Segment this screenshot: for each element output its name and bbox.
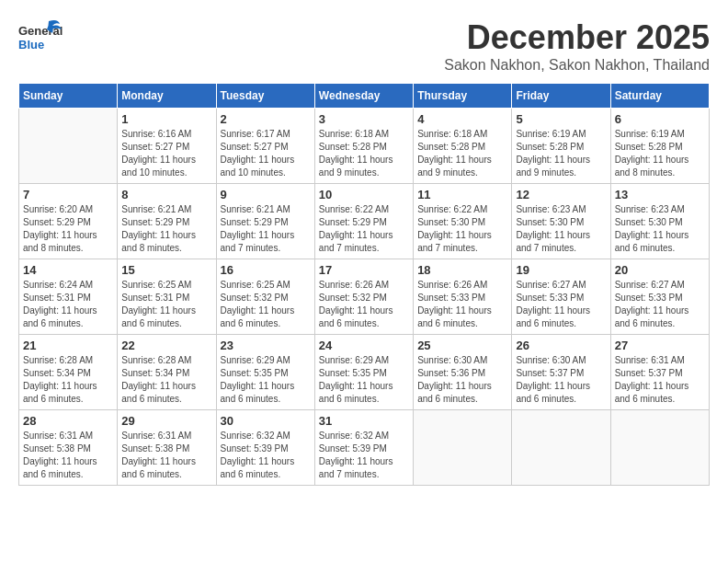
day-number: 30	[221, 414, 311, 428]
day-of-week-header: Thursday	[414, 84, 512, 109]
day-number: 21	[23, 339, 113, 352]
day-number: 22	[121, 339, 211, 352]
calendar-cell: 11Sunrise: 6:22 AMSunset: 5:30 PMDayligh…	[414, 184, 512, 259]
calendar-cell: 16Sunrise: 6:25 AMSunset: 5:32 PMDayligh…	[216, 259, 314, 335]
day-number: 11	[417, 188, 507, 201]
day-info: Sunrise: 6:16 AMSunset: 5:27 PMDaylight:…	[121, 128, 211, 179]
calendar-cell: 14Sunrise: 6:24 AMSunset: 5:31 PMDayligh…	[19, 259, 118, 335]
calendar-cell: 13Sunrise: 6:23 AMSunset: 5:30 PMDayligh…	[610, 184, 709, 259]
day-info: Sunrise: 6:23 AMSunset: 5:30 PMDaylight:…	[615, 203, 705, 255]
calendar-cell: 9Sunrise: 6:21 AMSunset: 5:29 PMDaylight…	[216, 184, 314, 259]
day-number: 8	[121, 188, 211, 201]
calendar-cell	[19, 109, 118, 184]
calendar-cell: 2Sunrise: 6:17 AMSunset: 5:27 PMDaylight…	[216, 109, 314, 184]
day-of-week-header: Wednesday	[314, 84, 413, 109]
day-info: Sunrise: 6:29 AMSunset: 5:35 PMDaylight:…	[319, 354, 409, 406]
calendar-week-row: 7Sunrise: 6:20 AMSunset: 5:29 PMDaylight…	[19, 184, 710, 259]
calendar-cell: 24Sunrise: 6:29 AMSunset: 5:35 PMDayligh…	[314, 335, 413, 410]
day-number: 27	[615, 339, 705, 352]
day-number: 1	[121, 112, 211, 126]
day-number: 10	[319, 188, 409, 201]
calendar-header-row: SundayMondayTuesdayWednesdayThursdayFrid…	[19, 84, 710, 109]
day-info: Sunrise: 6:24 AMSunset: 5:31 PMDaylight:…	[23, 279, 113, 330]
day-number: 12	[516, 188, 606, 201]
calendar-cell: 12Sunrise: 6:23 AMSunset: 5:30 PMDayligh…	[512, 184, 610, 259]
day-info: Sunrise: 6:17 AMSunset: 5:27 PMDaylight:…	[221, 128, 311, 179]
calendar-cell: 15Sunrise: 6:25 AMSunset: 5:31 PMDayligh…	[118, 259, 216, 335]
month-title: December 2025	[444, 18, 710, 57]
day-number: 9	[221, 188, 311, 201]
calendar-cell: 5Sunrise: 6:19 AMSunset: 5:28 PMDaylight…	[512, 109, 610, 184]
day-number: 7	[23, 188, 113, 201]
day-info: Sunrise: 6:18 AMSunset: 5:28 PMDaylight:…	[417, 128, 507, 179]
day-number: 20	[615, 263, 705, 277]
logo-icon: General Blue	[18, 18, 64, 55]
calendar-cell: 7Sunrise: 6:20 AMSunset: 5:29 PMDaylight…	[19, 184, 118, 259]
page-header: General Blue December 2025 Sakon Nakhon,…	[18, 18, 710, 74]
day-info: Sunrise: 6:31 AMSunset: 5:37 PMDaylight:…	[615, 354, 705, 406]
day-info: Sunrise: 6:32 AMSunset: 5:39 PMDaylight:…	[221, 430, 311, 481]
day-number: 23	[221, 339, 311, 352]
day-number: 14	[23, 263, 113, 277]
calendar-cell: 6Sunrise: 6:19 AMSunset: 5:28 PMDaylight…	[610, 109, 709, 184]
day-info: Sunrise: 6:25 AMSunset: 5:31 PMDaylight:…	[121, 279, 211, 330]
calendar-cell	[512, 410, 610, 486]
calendar-week-row: 21Sunrise: 6:28 AMSunset: 5:34 PMDayligh…	[19, 335, 710, 410]
day-number: 24	[319, 339, 409, 352]
calendar-week-row: 14Sunrise: 6:24 AMSunset: 5:31 PMDayligh…	[19, 259, 710, 335]
svg-text:Blue: Blue	[18, 38, 44, 52]
day-info: Sunrise: 6:19 AMSunset: 5:28 PMDaylight:…	[516, 128, 606, 179]
calendar-cell: 19Sunrise: 6:27 AMSunset: 5:33 PMDayligh…	[512, 259, 610, 335]
calendar-cell: 23Sunrise: 6:29 AMSunset: 5:35 PMDayligh…	[216, 335, 314, 410]
day-of-week-header: Sunday	[19, 84, 118, 109]
day-info: Sunrise: 6:18 AMSunset: 5:28 PMDaylight:…	[319, 128, 409, 179]
day-of-week-header: Tuesday	[216, 84, 314, 109]
logo: General Blue	[18, 18, 64, 59]
calendar-cell: 1Sunrise: 6:16 AMSunset: 5:27 PMDaylight…	[118, 109, 216, 184]
day-of-week-header: Saturday	[610, 84, 709, 109]
day-info: Sunrise: 6:27 AMSunset: 5:33 PMDaylight:…	[615, 279, 705, 330]
calendar-cell: 28Sunrise: 6:31 AMSunset: 5:38 PMDayligh…	[19, 410, 118, 486]
calendar-cell: 20Sunrise: 6:27 AMSunset: 5:33 PMDayligh…	[610, 259, 709, 335]
calendar-cell: 30Sunrise: 6:32 AMSunset: 5:39 PMDayligh…	[216, 410, 314, 486]
day-number: 2	[221, 112, 311, 126]
day-info: Sunrise: 6:31 AMSunset: 5:38 PMDaylight:…	[121, 430, 211, 481]
day-number: 3	[319, 112, 409, 126]
day-info: Sunrise: 6:19 AMSunset: 5:28 PMDaylight:…	[615, 128, 705, 179]
calendar-cell: 21Sunrise: 6:28 AMSunset: 5:34 PMDayligh…	[19, 335, 118, 410]
day-number: 5	[516, 112, 606, 126]
day-info: Sunrise: 6:26 AMSunset: 5:32 PMDaylight:…	[319, 279, 409, 330]
day-number: 26	[516, 339, 606, 352]
day-info: Sunrise: 6:27 AMSunset: 5:33 PMDaylight:…	[516, 279, 606, 330]
calendar-cell: 29Sunrise: 6:31 AMSunset: 5:38 PMDayligh…	[118, 410, 216, 486]
day-number: 17	[319, 263, 409, 277]
calendar-cell	[414, 410, 512, 486]
calendar-cell: 4Sunrise: 6:18 AMSunset: 5:28 PMDaylight…	[414, 109, 512, 184]
day-of-week-header: Monday	[118, 84, 216, 109]
day-info: Sunrise: 6:22 AMSunset: 5:30 PMDaylight:…	[417, 203, 507, 255]
day-number: 31	[319, 414, 409, 428]
calendar-cell: 3Sunrise: 6:18 AMSunset: 5:28 PMDaylight…	[314, 109, 413, 184]
day-number: 6	[615, 112, 705, 126]
calendar-cell: 18Sunrise: 6:26 AMSunset: 5:33 PMDayligh…	[414, 259, 512, 335]
day-info: Sunrise: 6:26 AMSunset: 5:33 PMDaylight:…	[417, 279, 507, 330]
day-number: 4	[417, 112, 507, 126]
location-title: Sakon Nakhon, Sakon Nakhon, Thailand	[444, 57, 710, 74]
day-info: Sunrise: 6:32 AMSunset: 5:39 PMDaylight:…	[319, 430, 409, 481]
day-info: Sunrise: 6:21 AMSunset: 5:29 PMDaylight:…	[121, 203, 211, 255]
day-info: Sunrise: 6:30 AMSunset: 5:37 PMDaylight:…	[516, 354, 606, 406]
calendar-cell: 27Sunrise: 6:31 AMSunset: 5:37 PMDayligh…	[610, 335, 709, 410]
calendar-cell: 22Sunrise: 6:28 AMSunset: 5:34 PMDayligh…	[118, 335, 216, 410]
day-number: 25	[417, 339, 507, 352]
day-number: 18	[417, 263, 507, 277]
day-number: 13	[615, 188, 705, 201]
day-info: Sunrise: 6:29 AMSunset: 5:35 PMDaylight:…	[221, 354, 311, 406]
calendar-cell: 25Sunrise: 6:30 AMSunset: 5:36 PMDayligh…	[414, 335, 512, 410]
day-info: Sunrise: 6:28 AMSunset: 5:34 PMDaylight:…	[121, 354, 211, 406]
calendar-cell: 17Sunrise: 6:26 AMSunset: 5:32 PMDayligh…	[314, 259, 413, 335]
day-info: Sunrise: 6:22 AMSunset: 5:29 PMDaylight:…	[319, 203, 409, 255]
calendar-table: SundayMondayTuesdayWednesdayThursdayFrid…	[18, 83, 710, 486]
day-info: Sunrise: 6:21 AMSunset: 5:29 PMDaylight:…	[221, 203, 311, 255]
calendar-cell: 26Sunrise: 6:30 AMSunset: 5:37 PMDayligh…	[512, 335, 610, 410]
day-number: 28	[23, 414, 113, 428]
